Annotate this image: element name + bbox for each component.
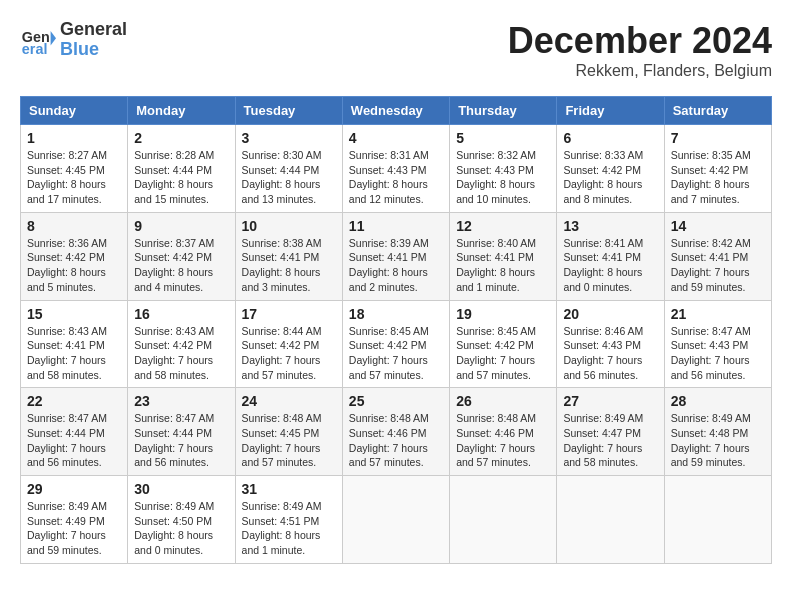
calendar-cell: 16 Sunrise: 8:43 AM Sunset: 4:42 PM Dayl…: [128, 300, 235, 388]
day-number: 11: [349, 218, 443, 234]
day-detail: Sunrise: 8:47 AM Sunset: 4:44 PM Dayligh…: [134, 412, 214, 468]
calendar-cell: 15 Sunrise: 8:43 AM Sunset: 4:41 PM Dayl…: [21, 300, 128, 388]
day-header-thursday: Thursday: [450, 97, 557, 125]
day-detail: Sunrise: 8:39 AM Sunset: 4:41 PM Dayligh…: [349, 237, 429, 293]
day-number: 4: [349, 130, 443, 146]
calendar-cell: 11 Sunrise: 8:39 AM Sunset: 4:41 PM Dayl…: [342, 212, 449, 300]
day-detail: Sunrise: 8:42 AM Sunset: 4:41 PM Dayligh…: [671, 237, 751, 293]
day-number: 29: [27, 481, 121, 497]
calendar-cell: 9 Sunrise: 8:37 AM Sunset: 4:42 PM Dayli…: [128, 212, 235, 300]
day-detail: Sunrise: 8:49 AM Sunset: 4:47 PM Dayligh…: [563, 412, 643, 468]
calendar-cell: 13 Sunrise: 8:41 AM Sunset: 4:41 PM Dayl…: [557, 212, 664, 300]
day-detail: Sunrise: 8:43 AM Sunset: 4:42 PM Dayligh…: [134, 325, 214, 381]
day-detail: Sunrise: 8:31 AM Sunset: 4:43 PM Dayligh…: [349, 149, 429, 205]
day-number: 7: [671, 130, 765, 146]
calendar-cell: 12 Sunrise: 8:40 AM Sunset: 4:41 PM Dayl…: [450, 212, 557, 300]
day-number: 10: [242, 218, 336, 234]
svg-text:eral: eral: [22, 41, 48, 57]
calendar-week-1: 1 Sunrise: 8:27 AM Sunset: 4:45 PM Dayli…: [21, 125, 772, 213]
calendar-cell: 2 Sunrise: 8:28 AM Sunset: 4:44 PM Dayli…: [128, 125, 235, 213]
day-detail: Sunrise: 8:43 AM Sunset: 4:41 PM Dayligh…: [27, 325, 107, 381]
logo-icon: Gen eral: [20, 22, 56, 58]
day-detail: Sunrise: 8:33 AM Sunset: 4:42 PM Dayligh…: [563, 149, 643, 205]
calendar-cell: [664, 476, 771, 564]
day-detail: Sunrise: 8:45 AM Sunset: 4:42 PM Dayligh…: [349, 325, 429, 381]
page-header: Gen eral General Blue December 2024 Rekk…: [20, 20, 772, 80]
calendar-cell: 30 Sunrise: 8:49 AM Sunset: 4:50 PM Dayl…: [128, 476, 235, 564]
day-detail: Sunrise: 8:28 AM Sunset: 4:44 PM Dayligh…: [134, 149, 214, 205]
calendar-cell: 27 Sunrise: 8:49 AM Sunset: 4:47 PM Dayl…: [557, 388, 664, 476]
calendar-cell: 10 Sunrise: 8:38 AM Sunset: 4:41 PM Dayl…: [235, 212, 342, 300]
day-detail: Sunrise: 8:49 AM Sunset: 4:50 PM Dayligh…: [134, 500, 214, 556]
day-number: 3: [242, 130, 336, 146]
day-detail: Sunrise: 8:37 AM Sunset: 4:42 PM Dayligh…: [134, 237, 214, 293]
day-number: 5: [456, 130, 550, 146]
day-number: 24: [242, 393, 336, 409]
logo-line2: Blue: [60, 40, 127, 60]
day-detail: Sunrise: 8:40 AM Sunset: 4:41 PM Dayligh…: [456, 237, 536, 293]
day-detail: Sunrise: 8:36 AM Sunset: 4:42 PM Dayligh…: [27, 237, 107, 293]
day-number: 20: [563, 306, 657, 322]
day-number: 18: [349, 306, 443, 322]
day-number: 30: [134, 481, 228, 497]
day-number: 17: [242, 306, 336, 322]
day-number: 12: [456, 218, 550, 234]
day-number: 8: [27, 218, 121, 234]
calendar-cell: 1 Sunrise: 8:27 AM Sunset: 4:45 PM Dayli…: [21, 125, 128, 213]
day-detail: Sunrise: 8:49 AM Sunset: 4:51 PM Dayligh…: [242, 500, 322, 556]
calendar-cell: [450, 476, 557, 564]
calendar-cell: 4 Sunrise: 8:31 AM Sunset: 4:43 PM Dayli…: [342, 125, 449, 213]
day-number: 14: [671, 218, 765, 234]
calendar-header-row: SundayMondayTuesdayWednesdayThursdayFrid…: [21, 97, 772, 125]
day-detail: Sunrise: 8:35 AM Sunset: 4:42 PM Dayligh…: [671, 149, 751, 205]
calendar-cell: [342, 476, 449, 564]
day-header-tuesday: Tuesday: [235, 97, 342, 125]
location: Rekkem, Flanders, Belgium: [508, 62, 772, 80]
calendar-cell: 14 Sunrise: 8:42 AM Sunset: 4:41 PM Dayl…: [664, 212, 771, 300]
calendar-cell: 19 Sunrise: 8:45 AM Sunset: 4:42 PM Dayl…: [450, 300, 557, 388]
calendar-cell: 23 Sunrise: 8:47 AM Sunset: 4:44 PM Dayl…: [128, 388, 235, 476]
calendar-week-5: 29 Sunrise: 8:49 AM Sunset: 4:49 PM Dayl…: [21, 476, 772, 564]
day-number: 16: [134, 306, 228, 322]
day-header-sunday: Sunday: [21, 97, 128, 125]
calendar-cell: 7 Sunrise: 8:35 AM Sunset: 4:42 PM Dayli…: [664, 125, 771, 213]
day-number: 19: [456, 306, 550, 322]
day-number: 13: [563, 218, 657, 234]
day-header-monday: Monday: [128, 97, 235, 125]
day-number: 21: [671, 306, 765, 322]
day-detail: Sunrise: 8:48 AM Sunset: 4:45 PM Dayligh…: [242, 412, 322, 468]
day-detail: Sunrise: 8:32 AM Sunset: 4:43 PM Dayligh…: [456, 149, 536, 205]
day-detail: Sunrise: 8:27 AM Sunset: 4:45 PM Dayligh…: [27, 149, 107, 205]
day-number: 9: [134, 218, 228, 234]
day-detail: Sunrise: 8:48 AM Sunset: 4:46 PM Dayligh…: [456, 412, 536, 468]
calendar-cell: 22 Sunrise: 8:47 AM Sunset: 4:44 PM Dayl…: [21, 388, 128, 476]
day-detail: Sunrise: 8:44 AM Sunset: 4:42 PM Dayligh…: [242, 325, 322, 381]
day-number: 22: [27, 393, 121, 409]
day-detail: Sunrise: 8:45 AM Sunset: 4:42 PM Dayligh…: [456, 325, 536, 381]
day-header-wednesday: Wednesday: [342, 97, 449, 125]
day-detail: Sunrise: 8:38 AM Sunset: 4:41 PM Dayligh…: [242, 237, 322, 293]
calendar-cell: 5 Sunrise: 8:32 AM Sunset: 4:43 PM Dayli…: [450, 125, 557, 213]
day-detail: Sunrise: 8:49 AM Sunset: 4:48 PM Dayligh…: [671, 412, 751, 468]
calendar-cell: 20 Sunrise: 8:46 AM Sunset: 4:43 PM Dayl…: [557, 300, 664, 388]
calendar-cell: 31 Sunrise: 8:49 AM Sunset: 4:51 PM Dayl…: [235, 476, 342, 564]
calendar-cell: 17 Sunrise: 8:44 AM Sunset: 4:42 PM Dayl…: [235, 300, 342, 388]
title-block: December 2024 Rekkem, Flanders, Belgium: [508, 20, 772, 80]
day-number: 15: [27, 306, 121, 322]
calendar-cell: 18 Sunrise: 8:45 AM Sunset: 4:42 PM Dayl…: [342, 300, 449, 388]
day-detail: Sunrise: 8:49 AM Sunset: 4:49 PM Dayligh…: [27, 500, 107, 556]
day-detail: Sunrise: 8:30 AM Sunset: 4:44 PM Dayligh…: [242, 149, 322, 205]
day-detail: Sunrise: 8:47 AM Sunset: 4:44 PM Dayligh…: [27, 412, 107, 468]
logo: Gen eral General Blue: [20, 20, 127, 60]
day-header-friday: Friday: [557, 97, 664, 125]
calendar-cell: 25 Sunrise: 8:48 AM Sunset: 4:46 PM Dayl…: [342, 388, 449, 476]
calendar-week-4: 22 Sunrise: 8:47 AM Sunset: 4:44 PM Dayl…: [21, 388, 772, 476]
day-number: 2: [134, 130, 228, 146]
day-number: 25: [349, 393, 443, 409]
day-detail: Sunrise: 8:48 AM Sunset: 4:46 PM Dayligh…: [349, 412, 429, 468]
calendar-table: SundayMondayTuesdayWednesdayThursdayFrid…: [20, 96, 772, 564]
svg-marker-2: [51, 31, 56, 45]
day-detail: Sunrise: 8:41 AM Sunset: 4:41 PM Dayligh…: [563, 237, 643, 293]
calendar-cell: 21 Sunrise: 8:47 AM Sunset: 4:43 PM Dayl…: [664, 300, 771, 388]
day-number: 27: [563, 393, 657, 409]
